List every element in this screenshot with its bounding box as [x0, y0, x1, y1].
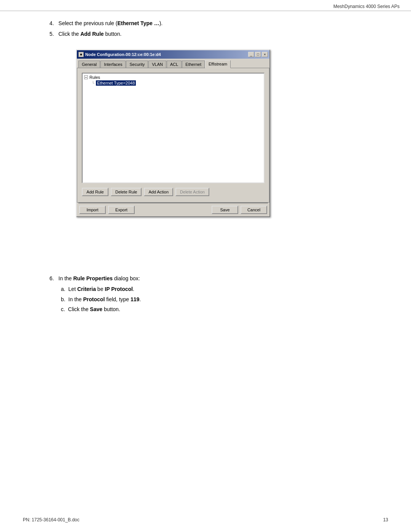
step-5: 5. Click the Add Rule button.: [49, 30, 381, 38]
tree-selected-item[interactable]: Ethernet Type=2048: [96, 80, 136, 86]
step-6-bold: Rule Properties: [73, 275, 113, 281]
step-4-num: 4.: [49, 20, 54, 26]
dialog-title-bar: ■ Node Configuration-00:12:ce:00:1e:d4 _…: [77, 50, 269, 59]
add-rule-button[interactable]: Add Rule: [82, 188, 108, 196]
sub-b-end: .: [139, 296, 141, 302]
step-4-end: ).: [159, 20, 163, 26]
tab-interfaces[interactable]: Interfaces: [100, 61, 126, 68]
add-action-button[interactable]: Add Action: [144, 188, 173, 196]
sub-a-label: a.: [61, 286, 65, 292]
tab-security[interactable]: Security: [126, 61, 148, 68]
export-button[interactable]: Export: [108, 206, 135, 214]
action-buttons-row: Add Rule Delete Rule Add Action Delete A…: [80, 186, 266, 199]
sub-a-bold2: IP Protocol: [105, 286, 133, 292]
sub-b-bold: Protocol: [83, 296, 105, 302]
sub-step-a: a. Let Criteria be IP Protocol.: [61, 285, 381, 293]
sub-b-val: 119: [131, 296, 139, 302]
sub-step-b: b. In the Protocol field, type 119.: [61, 295, 381, 304]
tab-general[interactable]: General: [78, 61, 100, 68]
dialog-title: Node Configuration-00:12:ce:00:1e:d4: [84, 52, 248, 57]
step-6-num: 6.: [49, 275, 54, 281]
sub-a-text: Let: [68, 286, 77, 292]
step-5-text: Click the: [59, 31, 81, 37]
sub-c-end: button.: [102, 306, 120, 312]
tab-effistream[interactable]: Effistream: [205, 60, 231, 68]
header-title: MeshDynamics 4000 Series APs: [333, 4, 400, 9]
sub-c-bold: Save: [90, 306, 102, 312]
rules-panel: − Rules └ Ethernet Type=2048: [82, 73, 264, 183]
sub-b-label: b.: [61, 296, 65, 302]
sub-c-text: Click the: [68, 306, 90, 312]
save-button[interactable]: Save: [212, 206, 238, 214]
step-6: 6. In the Rule Properties dialog box:: [49, 274, 381, 283]
delete-action-button[interactable]: Delete Action: [175, 188, 209, 196]
bottom-bar: Import Export Save Cancel: [77, 203, 269, 216]
maximize-button[interactable]: □: [255, 52, 261, 57]
collapse-rules-button[interactable]: −: [84, 75, 88, 79]
import-button[interactable]: Import: [79, 206, 106, 214]
step-4-text: Select the previous rule (: [59, 20, 118, 26]
delete-rule-button[interactable]: Delete Rule: [111, 188, 142, 196]
sub-a-end: .: [133, 286, 134, 292]
tab-ethernet[interactable]: Ethernet: [182, 61, 205, 68]
step6-block: 6. In the Rule Properties dialog box: a.…: [49, 274, 381, 315]
tab-acl[interactable]: ACL: [167, 61, 182, 68]
rules-title: − Rules: [84, 75, 262, 80]
step-5-num: 5.: [49, 31, 54, 37]
sub-b-mid: field, type: [105, 296, 131, 302]
step-5-bold: Add Rule: [80, 31, 104, 37]
sub-step-c: c. Click the Save button.: [61, 305, 381, 313]
rules-label: Rules: [89, 75, 100, 80]
minimize-button[interactable]: _: [248, 52, 254, 57]
step-4: 4. Select the previous rule (Ethernet Ty…: [49, 19, 381, 27]
step-5-end: button.: [104, 31, 122, 37]
bottom-bar-right: Save Cancel: [212, 206, 267, 214]
step-6-end: dialog box:: [113, 275, 140, 281]
title-bar-buttons: _ □ ×: [248, 52, 268, 57]
tab-vlan[interactable]: VLAN: [148, 61, 166, 68]
bottom-bar-left: Import Export: [79, 206, 135, 214]
footer-pn: PN: 1725-36164-001_B.doc: [23, 517, 80, 522]
sub-a-bold1: Criteria: [77, 286, 96, 292]
cancel-button[interactable]: Cancel: [241, 206, 267, 214]
footer-page: 13: [383, 517, 388, 522]
step-6-text: In the: [59, 275, 73, 281]
node-config-dialog: ■ Node Configuration-00:12:ce:00:1e:d4 _…: [76, 50, 270, 217]
dialog-icon: ■: [78, 52, 84, 57]
step-4-bold: Ethernet Type …: [117, 20, 159, 26]
tab-content-effistream: − Rules └ Ethernet Type=2048 Add Rule De…: [77, 68, 269, 203]
tabs-area: General Interfaces Security VLAN ACL Eth…: [77, 59, 269, 68]
tree-connector-icon: └: [92, 81, 94, 85]
sub-c-label: c.: [61, 306, 65, 312]
sub-a-mid: be: [96, 286, 105, 292]
tree-item[interactable]: └ Ethernet Type=2048: [84, 80, 262, 86]
close-button[interactable]: ×: [262, 52, 268, 57]
sub-b-text: In the: [68, 296, 83, 302]
header-divider: [0, 11, 411, 11]
steps-block: 4. Select the previous rule (Ethernet Ty…: [49, 19, 381, 41]
